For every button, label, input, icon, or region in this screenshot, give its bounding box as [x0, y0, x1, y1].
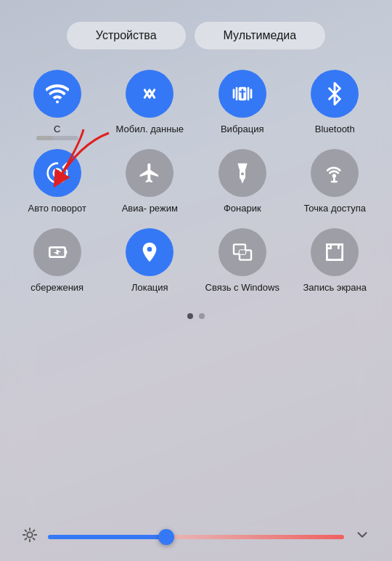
airplane-icon-circle — [126, 149, 173, 197]
svg-line-25 — [25, 538, 27, 540]
page-dot-2 — [199, 313, 205, 319]
screen-record-icon-circle — [311, 228, 359, 276]
hotspot-icon — [323, 161, 346, 185]
brightness-track — [48, 535, 344, 539]
svg-point-0 — [56, 100, 59, 103]
auto-rotate-icon-circle — [33, 149, 81, 197]
chevron-down-icon[interactable] — [354, 527, 370, 546]
svg-point-18 — [27, 532, 32, 537]
windows-link-tile[interactable]: Связь с Windows — [200, 228, 285, 294]
vibration-icon-circle — [219, 70, 266, 118]
bluetooth-icon-circle — [311, 70, 359, 118]
tab-bar: Устройства Мультимедиа — [15, 22, 377, 49]
mobile-data-label: Мобил. данные — [116, 124, 184, 136]
hotspot-tile[interactable]: Точка доступа — [293, 149, 378, 215]
location-tile[interactable]: Локация — [107, 228, 193, 294]
mobile-data-tile[interactable]: Мобил. данные — [107, 70, 193, 136]
battery-saver-icon — [46, 241, 69, 264]
wifi-label: C — [54, 124, 60, 136]
wifi-icon-circle — [33, 70, 81, 118]
brightness-min-icon — [22, 527, 38, 546]
wifi-progress — [36, 136, 78, 140]
wifi-icon — [46, 82, 69, 105]
svg-line-24 — [33, 538, 35, 540]
svg-line-23 — [25, 530, 27, 532]
screen-record-tile[interactable]: Запись экрана — [293, 228, 378, 294]
svg-line-26 — [33, 530, 35, 532]
vibration-icon — [231, 82, 254, 105]
airplane-icon — [138, 161, 161, 185]
tab-media[interactable]: Мультимедиа — [195, 22, 326, 49]
wifi-tile[interactable]: C — [15, 70, 100, 136]
battery-saver-tile[interactable]: сбережения — [15, 228, 100, 294]
brightness-slider[interactable] — [48, 535, 344, 539]
page-indicators — [187, 313, 205, 319]
location-label: Локация — [131, 282, 168, 294]
svg-rect-13 — [65, 250, 67, 254]
location-icon-circle — [126, 228, 173, 276]
flashlight-tile[interactable]: Фонарик — [200, 149, 285, 215]
windows-link-label: Связь с Windows — [205, 282, 279, 294]
location-icon — [138, 241, 161, 264]
brightness-thumb[interactable] — [158, 529, 174, 545]
auto-rotate-tile[interactable]: Авто поворот — [15, 149, 100, 215]
bluetooth-icon — [323, 82, 346, 105]
flashlight-icon-circle — [219, 149, 266, 197]
battery-saver-icon-circle — [33, 228, 81, 276]
windows-link-icon-circle — [219, 228, 266, 276]
bluetooth-tile[interactable]: Bluetooth — [293, 70, 378, 136]
flashlight-label: Фонарик — [224, 203, 261, 215]
svg-rect-17 — [240, 250, 245, 254]
battery-saver-label: сбережения — [30, 282, 83, 294]
svg-point-14 — [147, 246, 152, 251]
auto-rotate-icon — [46, 161, 69, 185]
tab-devices[interactable]: Устройства — [67, 22, 186, 49]
windows-link-icon — [231, 241, 254, 264]
screen-record-label: Запись экрана — [303, 282, 367, 294]
vibration-label: Вибрация — [221, 124, 264, 136]
vibration-tile[interactable]: Вибрация — [200, 70, 285, 136]
auto-rotate-label: Авто поворот — [28, 203, 86, 215]
flashlight-icon — [231, 161, 254, 185]
svg-point-5 — [56, 171, 59, 174]
hotspot-label: Точка доступа — [303, 203, 366, 215]
quick-settings-grid: C Мобил. данные Вибрация — [15, 70, 377, 294]
airplane-label: Авиа- режим — [122, 203, 178, 215]
svg-marker-7 — [240, 179, 244, 184]
mobile-data-icon — [138, 82, 161, 105]
mobile-data-icon-circle — [126, 70, 173, 118]
page-dot-1 — [187, 313, 193, 319]
svg-point-8 — [241, 172, 244, 175]
airplane-tile[interactable]: Авиа- режим — [107, 149, 193, 215]
brightness-control — [15, 527, 377, 546]
hotspot-icon-circle — [311, 149, 359, 197]
screen-record-icon — [323, 241, 346, 264]
bluetooth-label: Bluetooth — [315, 124, 355, 136]
